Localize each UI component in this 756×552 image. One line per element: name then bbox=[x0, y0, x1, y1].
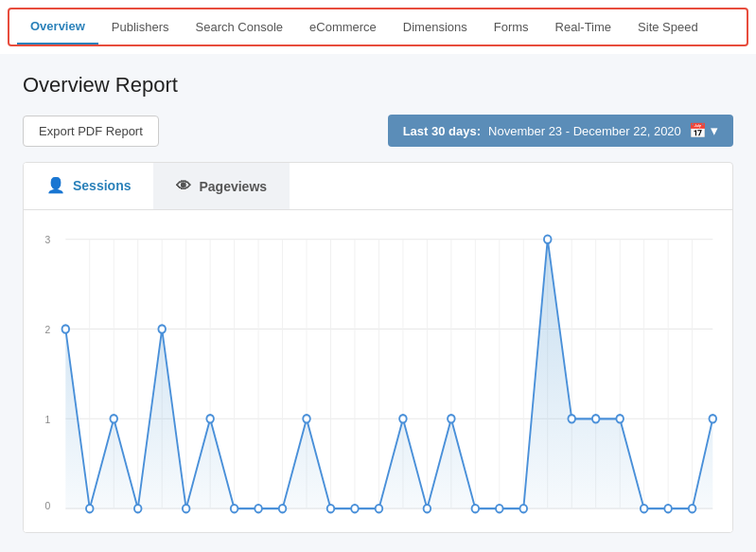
svg-point-41 bbox=[206, 415, 214, 422]
tab-pageviews-label: Pageviews bbox=[199, 179, 267, 194]
svg-text:0: 0 bbox=[45, 500, 51, 512]
pageviews-icon: 👁 bbox=[176, 178, 191, 195]
nav-item-forms[interactable]: Forms bbox=[481, 10, 542, 44]
svg-point-50 bbox=[424, 505, 431, 512]
tab-pageviews[interactable]: 👁 Pageviews bbox=[153, 163, 290, 209]
svg-point-49 bbox=[399, 415, 407, 422]
nav-item-site-speed[interactable]: Site Speed bbox=[624, 10, 712, 44]
svg-point-53 bbox=[496, 505, 503, 512]
svg-point-54 bbox=[520, 505, 528, 512]
chart-body: 3 2 1 0 bbox=[24, 210, 732, 532]
calendar-icon: 📅 ▾ bbox=[689, 122, 718, 139]
svg-point-42 bbox=[231, 505, 238, 512]
svg-point-38 bbox=[134, 505, 142, 512]
svg-point-55 bbox=[544, 236, 552, 243]
svg-text:3: 3 bbox=[45, 233, 51, 245]
svg-point-48 bbox=[376, 505, 383, 512]
svg-point-36 bbox=[86, 505, 94, 512]
svg-point-37 bbox=[110, 415, 117, 422]
svg-point-43 bbox=[255, 505, 262, 512]
nav-item-ecommerce[interactable]: eCommerce bbox=[296, 10, 390, 44]
svg-text:1: 1 bbox=[45, 413, 51, 425]
page-title: Overview Report bbox=[23, 73, 733, 98]
nav-item-search-console[interactable]: Search Console bbox=[183, 10, 297, 44]
svg-point-57 bbox=[592, 415, 600, 422]
svg-point-60 bbox=[664, 505, 672, 512]
svg-point-39 bbox=[158, 325, 166, 332]
svg-point-47 bbox=[351, 505, 359, 512]
date-range-label-bold: Last 30 days: bbox=[403, 124, 481, 138]
svg-point-51 bbox=[448, 415, 455, 422]
svg-point-56 bbox=[568, 415, 575, 422]
chart-tabs: 👤 Sessions 👁 Pageviews bbox=[24, 163, 732, 210]
date-range-value: November 23 - December 22, 2020 bbox=[488, 124, 681, 138]
nav-item-dimensions[interactable]: Dimensions bbox=[390, 10, 481, 44]
svg-point-44 bbox=[279, 505, 287, 512]
svg-point-59 bbox=[641, 505, 648, 512]
tab-sessions-label: Sessions bbox=[73, 178, 131, 193]
sessions-icon: 👤 bbox=[46, 176, 65, 194]
svg-text:2: 2 bbox=[45, 323, 51, 335]
nav-item-real-time[interactable]: Real-Time bbox=[542, 10, 624, 44]
nav-bar: Overview Publishers Search Console eComm… bbox=[8, 8, 748, 46]
svg-point-52 bbox=[472, 505, 480, 512]
sessions-chart: 3 2 1 0 bbox=[39, 225, 717, 525]
export-pdf-button[interactable]: Export PDF Report bbox=[23, 116, 159, 147]
tab-sessions[interactable]: 👤 Sessions bbox=[24, 163, 153, 209]
svg-point-35 bbox=[62, 325, 70, 332]
date-range-button[interactable]: Last 30 days: November 23 - December 22,… bbox=[388, 115, 733, 147]
toolbar: Export PDF Report Last 30 days: November… bbox=[23, 115, 733, 147]
svg-point-40 bbox=[183, 505, 190, 512]
chart-container: 👤 Sessions 👁 Pageviews 3 2 1 0 bbox=[23, 162, 733, 533]
svg-point-58 bbox=[616, 415, 624, 422]
svg-point-62 bbox=[710, 415, 717, 422]
svg-point-46 bbox=[327, 505, 335, 512]
svg-point-45 bbox=[303, 415, 310, 422]
nav-item-overview[interactable]: Overview bbox=[17, 9, 98, 45]
page-content: Overview Report Export PDF Report Last 3… bbox=[0, 54, 756, 552]
nav-item-publishers[interactable]: Publishers bbox=[98, 10, 183, 44]
svg-point-61 bbox=[689, 505, 696, 512]
